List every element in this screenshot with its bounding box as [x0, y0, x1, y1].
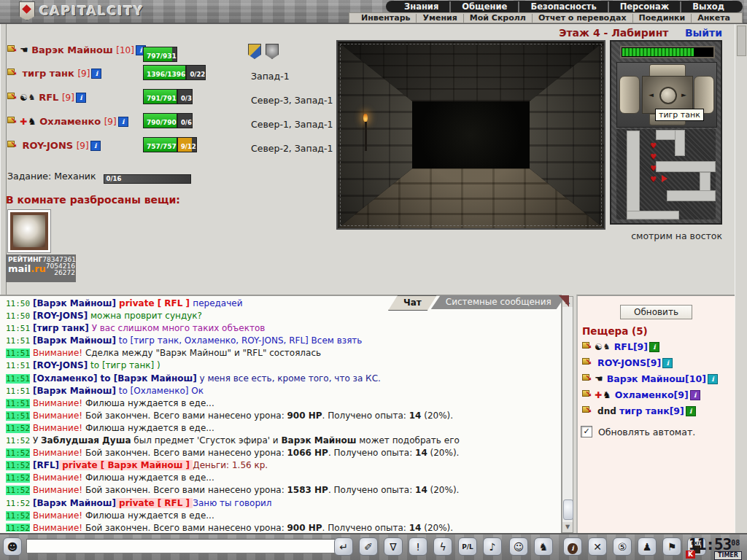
party-member-name[interactable]: Варэк Майнош: [28, 44, 117, 55]
room-player-name[interactable]: Охламенко: [615, 389, 674, 400]
chat-line: 11:52 Внимание! Бой закончен. Всего вами…: [6, 447, 560, 459]
party-marker-icon: ♥: [650, 175, 657, 183]
chat-line: 11:52 [RFL] private [ Варэк Майнош ] Ден…: [6, 459, 560, 472]
chat-line: 11:52 Внимание! Бой закончен. Всего вами…: [6, 484, 560, 497]
action-button[interactable]: ϟ: [433, 537, 452, 556]
chat-line: 11:51 Внимание! Бой закончен. Всего вами…: [6, 410, 560, 422]
hp-bar: 757/757: [143, 137, 177, 152]
deposit-button[interactable]: ⑤: [613, 537, 632, 556]
scrollbar-thumb[interactable]: [563, 499, 573, 520]
trade-button[interactable]: ✕: [588, 537, 607, 556]
sound-button[interactable]: ♪: [483, 537, 502, 556]
party-row: ➘☚ Варэк Майнош [10]i797/931: [7, 42, 336, 66]
group-button[interactable]: ♟: [638, 537, 657, 556]
auto-refresh-checkbox[interactable]: ✓: [581, 426, 592, 438]
dungeon-view: [336, 40, 605, 230]
submenu-item-4[interactable]: Поединки: [632, 14, 692, 23]
member-location: Север-1, Запад-1: [251, 119, 333, 130]
attack-icon[interactable]: ➘: [582, 374, 594, 384]
compass-left-wing[interactable]: [619, 76, 640, 114]
page-scrollbar[interactable]: [735, 24, 747, 533]
attack-icon[interactable]: ➘: [7, 69, 19, 78]
speak-mode-icon[interactable]: ☻: [3, 537, 22, 556]
party-member-name[interactable]: тигр танк: [19, 68, 77, 79]
chat-log: 11:50 [Варэк Майнош] private [ RFL ] пер…: [6, 298, 560, 532]
timer-label[interactable]: TIMER: [714, 551, 742, 560]
info-icon[interactable]: i: [76, 93, 86, 103]
refresh-button[interactable]: Обновить: [620, 305, 692, 319]
yinyang-icon: ☯: [20, 93, 28, 103]
attack-icon[interactable]: ➘: [7, 93, 19, 102]
member-location: Запад-1: [251, 71, 290, 82]
room-player-name[interactable]: ROY-JONS: [597, 357, 646, 368]
info-icon[interactable]: i: [686, 406, 696, 416]
attack-icon[interactable]: ➘: [582, 342, 594, 351]
attack-icon[interactable]: ➘: [582, 390, 594, 400]
send-button[interactable]: ↵: [334, 537, 353, 556]
chat-tab-0[interactable]: Чат: [388, 295, 437, 311]
room-title: Пещера (5): [582, 325, 735, 337]
menu-item-0[interactable]: Знания: [393, 1, 449, 12]
fighters-button[interactable]: ♞: [534, 537, 553, 556]
room-player-name[interactable]: RFL: [614, 341, 633, 352]
info-icon[interactable]: i: [118, 117, 128, 127]
flag-button[interactable]: ⚑: [662, 537, 681, 556]
rating-counter[interactable]: РЕЙТИНГ 7834736173 mail.ru 705421626272: [6, 254, 76, 282]
beast-icon: ♞: [603, 342, 611, 351]
hp-bar: 1396/1396: [143, 65, 186, 80]
smiles-button[interactable]: ☺: [509, 537, 528, 556]
party-member-name[interactable]: ROY-JONS: [19, 140, 77, 151]
info-icon[interactable]: i: [91, 69, 101, 79]
party-member-level: [10]: [116, 45, 134, 55]
scroll-down-icon[interactable]: ▼: [562, 522, 573, 532]
attack-icon[interactable]: ➘: [582, 406, 594, 416]
crest-icon: [19, 1, 35, 20]
attack-icon[interactable]: ➘: [7, 141, 19, 150]
room-player-name[interactable]: Варэк Майнош: [607, 373, 685, 384]
info-icon[interactable]: i: [690, 390, 700, 400]
room-player-name[interactable]: тигр танк: [619, 405, 670, 416]
info-icon[interactable]: i: [662, 358, 673, 368]
menu-item-2[interactable]: Безопасность: [518, 1, 607, 12]
chat-input[interactable]: [26, 539, 336, 553]
map-tooltip: тигр танк: [655, 109, 704, 121]
room-player-row: ➘ ROY-JONS[9]i: [578, 354, 735, 370]
hp-bar: 797/931: [143, 47, 177, 62]
menu-item-1[interactable]: Общение: [449, 1, 518, 12]
submenu-item-0[interactable]: Инвентарь: [355, 14, 416, 23]
attack-icon[interactable]: ➘: [7, 45, 19, 55]
submenu-item-1[interactable]: Умения: [416, 14, 462, 23]
submenu-item-5[interactable]: Анкета: [691, 14, 736, 23]
chat-line: 11:51 [ROY-JONS] to [тигр танк] ): [6, 359, 560, 372]
attack-icon[interactable]: ➘: [582, 358, 594, 368]
party-row: ➘ тигр танк [9]i1396/13960/22Запад-1: [7, 66, 336, 89]
info-icon[interactable]: i: [708, 374, 718, 384]
floor-exit-link[interactable]: Выйти: [685, 27, 722, 39]
submenu-item-2[interactable]: Мой Скролл: [463, 14, 532, 23]
chat-line: 11:52 Внимание! Бой закончен. Всего вами…: [6, 522, 560, 532]
money-button[interactable]: i: [563, 537, 582, 556]
private-log-button[interactable]: P/L: [458, 537, 477, 556]
game-logo: CAPITALCITY: [19, 1, 144, 20]
attack-icon[interactable]: ➘: [7, 117, 19, 126]
compass-ring[interactable]: [659, 87, 677, 104]
room-item[interactable]: [7, 209, 51, 253]
menu-item-3[interactable]: Персонаж: [608, 1, 681, 12]
chat-scrollbar[interactable]: ▲ ▼: [562, 296, 573, 533]
clear-chat-button[interactable]: ✐: [359, 537, 378, 556]
menu-item-4[interactable]: Выход: [680, 1, 735, 12]
compass-forward-button[interactable]: [649, 64, 686, 77]
info-icon[interactable]: i: [649, 342, 659, 352]
chat-tab-1[interactable]: Системные сообщения: [431, 295, 566, 309]
party-member-name[interactable]: Охламенко: [36, 116, 104, 127]
filter-button[interactable]: ∇: [384, 537, 403, 556]
room-player-list: ➘☯♞ RFL[9]i➘ ROY-JONS[9]i➘☚ Варэк Майнош…: [578, 338, 735, 419]
info-icon[interactable]: i: [90, 141, 101, 151]
room-player-row: ➘ dnd тигр танк[9]i: [578, 402, 735, 419]
submenu-item-3[interactable]: Отчет о переводах: [532, 14, 632, 23]
hp-bar: 790/790: [143, 113, 177, 128]
chat-line: 11:52 У Заблудшая Душа был предмет 'Сгус…: [6, 435, 560, 447]
party-member-name[interactable]: RFL: [36, 92, 62, 103]
view-direction-caption: смотрим на восток: [511, 230, 722, 241]
combat-log-button[interactable]: !: [409, 537, 427, 556]
